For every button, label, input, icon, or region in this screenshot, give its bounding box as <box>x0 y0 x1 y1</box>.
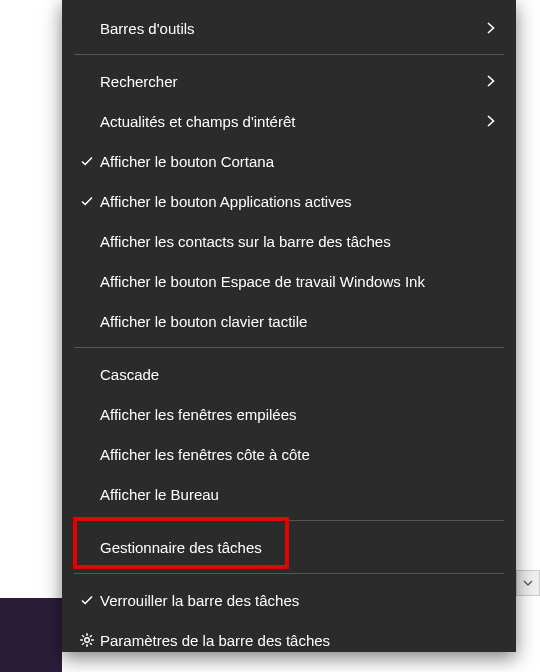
svg-line-8 <box>90 635 92 637</box>
menu-separator <box>74 54 504 55</box>
scroll-dropdown-button[interactable] <box>516 570 540 596</box>
menu-item-label: Paramètres de la barre des tâches <box>100 632 482 649</box>
menu-item-label: Afficher le bouton Applications actives <box>100 193 482 210</box>
menu-item-barres-d-outils[interactable]: Barres d'outils <box>62 8 516 48</box>
menu-item-parametres-de-la-barre-des-taches[interactable]: Paramètres de la barre des tâches <box>62 620 516 660</box>
svg-line-2 <box>90 643 92 645</box>
svg-line-4 <box>82 643 84 645</box>
menu-item-label: Afficher le bouton Espace de travail Win… <box>100 273 482 290</box>
menu-item-rechercher[interactable]: Rechercher <box>62 61 516 101</box>
chevron-right-icon <box>486 113 496 129</box>
menu-item-label: Barres d'outils <box>100 20 482 37</box>
menu-item-verrouiller-la-barre-des-taches[interactable]: Verrouiller la barre des tâches <box>62 580 516 620</box>
menu-item-label: Afficher les fenêtres côte à côte <box>100 446 482 463</box>
check-icon <box>79 193 95 209</box>
check-icon <box>79 592 95 608</box>
menu-item-icon-slot <box>74 592 100 608</box>
menu-item-label: Verrouiller la barre des tâches <box>100 592 482 609</box>
svg-point-0 <box>85 638 90 643</box>
desktop-background <box>0 598 62 672</box>
menu-separator <box>74 573 504 574</box>
menu-item-label: Rechercher <box>100 73 482 90</box>
menu-item-arrow-slot <box>482 73 500 89</box>
menu-item-label: Afficher les contacts sur la barre des t… <box>100 233 482 250</box>
menu-item-label: Cascade <box>100 366 482 383</box>
menu-item-afficher-les-contacts-sur-la-barre-des-taches[interactable]: Afficher les contacts sur la barre des t… <box>62 221 516 261</box>
gear-icon <box>79 632 95 648</box>
chevron-right-icon <box>486 73 496 89</box>
menu-item-afficher-le-bouton-espace-de-travail-windows-ink[interactable]: Afficher le bouton Espace de travail Win… <box>62 261 516 301</box>
menu-item-label: Afficher le bouton clavier tactile <box>100 313 482 330</box>
menu-separator <box>74 520 504 521</box>
menu-item-label: Afficher les fenêtres empilées <box>100 406 482 423</box>
menu-item-afficher-les-fenetres-empilees[interactable]: Afficher les fenêtres empilées <box>62 394 516 434</box>
chevron-down-icon <box>523 580 533 586</box>
menu-item-afficher-le-bouton-applications-actives[interactable]: Afficher le bouton Applications actives <box>62 181 516 221</box>
menu-item-afficher-le-bouton-cortana[interactable]: Afficher le bouton Cortana <box>62 141 516 181</box>
menu-item-arrow-slot <box>482 113 500 129</box>
menu-item-cascade[interactable]: Cascade <box>62 354 516 394</box>
taskbar-context-menu: Barres d'outilsRechercherActualités et c… <box>62 0 516 652</box>
menu-item-afficher-le-bureau[interactable]: Afficher le Bureau <box>62 474 516 514</box>
menu-item-actualites-et-champs-d-interet[interactable]: Actualités et champs d'intérêt <box>62 101 516 141</box>
menu-item-afficher-les-fenetres-cote-a-cote[interactable]: Afficher les fenêtres côte à côte <box>62 434 516 474</box>
menu-item-icon-slot <box>74 632 100 648</box>
menu-item-icon-slot <box>74 153 100 169</box>
check-icon <box>79 153 95 169</box>
menu-item-arrow-slot <box>482 20 500 36</box>
menu-separator <box>74 347 504 348</box>
menu-item-label: Actualités et champs d'intérêt <box>100 113 482 130</box>
menu-item-icon-slot <box>74 193 100 209</box>
chevron-right-icon <box>486 20 496 36</box>
menu-item-gestionnaire-des-taches[interactable]: Gestionnaire des tâches <box>62 527 516 567</box>
menu-item-label: Gestionnaire des tâches <box>100 539 482 556</box>
menu-item-label: Afficher le Bureau <box>100 486 482 503</box>
svg-line-6 <box>82 635 84 637</box>
menu-item-afficher-le-bouton-clavier-tactile[interactable]: Afficher le bouton clavier tactile <box>62 301 516 341</box>
menu-item-label: Afficher le bouton Cortana <box>100 153 482 170</box>
